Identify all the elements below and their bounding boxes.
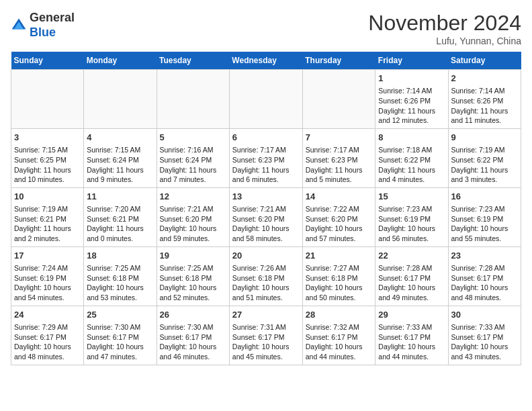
day-info: Sunrise: 7:22 AM Sunset: 6:20 PM Dayligh… bbox=[306, 204, 373, 244]
weekday-header-friday: Friday bbox=[375, 52, 448, 70]
day-info: Sunrise: 7:23 AM Sunset: 6:19 PM Dayligh… bbox=[378, 204, 445, 244]
weekday-header-wednesday: Wednesday bbox=[229, 52, 302, 70]
month-title: November 2024 bbox=[368, 11, 521, 36]
calendar-cell: 22Sunrise: 7:28 AM Sunset: 6:17 PM Dayli… bbox=[375, 246, 448, 306]
day-info: Sunrise: 7:21 AM Sunset: 6:20 PM Dayligh… bbox=[232, 204, 300, 244]
calendar-cell: 11Sunrise: 7:20 AM Sunset: 6:21 PM Dayli… bbox=[84, 187, 157, 246]
calendar-cell: 18Sunrise: 7:25 AM Sunset: 6:18 PM Dayli… bbox=[84, 246, 157, 306]
calendar-cell: 2Sunrise: 7:14 AM Sunset: 6:26 PM Daylig… bbox=[448, 70, 521, 129]
calendar-cell: 25Sunrise: 7:30 AM Sunset: 6:17 PM Dayli… bbox=[84, 306, 157, 365]
calendar-cell: 17Sunrise: 7:24 AM Sunset: 6:19 PM Dayli… bbox=[11, 246, 84, 306]
day-info: Sunrise: 7:20 AM Sunset: 6:21 PM Dayligh… bbox=[87, 204, 153, 244]
day-info: Sunrise: 7:30 AM Sunset: 6:17 PM Dayligh… bbox=[160, 322, 226, 362]
day-info: Sunrise: 7:28 AM Sunset: 6:17 PM Dayligh… bbox=[378, 263, 445, 303]
calendar-week-3: 10Sunrise: 7:19 AM Sunset: 6:21 PM Dayli… bbox=[11, 187, 521, 246]
day-number: 15 bbox=[378, 191, 445, 203]
day-number: 10 bbox=[14, 191, 81, 203]
calendar-cell: 3Sunrise: 7:15 AM Sunset: 6:25 PM Daylig… bbox=[11, 128, 84, 187]
day-info: Sunrise: 7:19 AM Sunset: 6:22 PM Dayligh… bbox=[451, 145, 519, 185]
calendar-week-1: 1Sunrise: 7:14 AM Sunset: 6:26 PM Daylig… bbox=[11, 70, 521, 129]
day-number: 6 bbox=[232, 132, 300, 144]
day-info: Sunrise: 7:32 AM Sunset: 6:17 PM Dayligh… bbox=[306, 322, 373, 362]
page-header: General Blue November 2024 Lufu, Yunnan,… bbox=[11, 11, 521, 46]
calendar-week-4: 17Sunrise: 7:24 AM Sunset: 6:19 PM Dayli… bbox=[11, 246, 521, 306]
day-number: 30 bbox=[451, 309, 519, 321]
weekday-header-saturday: Saturday bbox=[448, 52, 521, 70]
day-number: 27 bbox=[232, 309, 300, 321]
calendar-cell bbox=[229, 70, 302, 129]
calendar-cell: 29Sunrise: 7:33 AM Sunset: 6:17 PM Dayli… bbox=[375, 306, 448, 365]
calendar-cell: 9Sunrise: 7:19 AM Sunset: 6:22 PM Daylig… bbox=[448, 128, 521, 187]
day-info: Sunrise: 7:25 AM Sunset: 6:18 PM Dayligh… bbox=[160, 263, 226, 303]
day-number: 11 bbox=[87, 191, 153, 203]
calendar-cell: 14Sunrise: 7:22 AM Sunset: 6:20 PM Dayli… bbox=[302, 187, 375, 246]
day-number: 5 bbox=[160, 132, 226, 144]
day-number: 17 bbox=[14, 250, 81, 262]
calendar-week-2: 3Sunrise: 7:15 AM Sunset: 6:25 PM Daylig… bbox=[11, 128, 521, 187]
day-number: 18 bbox=[87, 250, 153, 262]
calendar-cell: 6Sunrise: 7:17 AM Sunset: 6:23 PM Daylig… bbox=[229, 128, 302, 187]
day-info: Sunrise: 7:25 AM Sunset: 6:18 PM Dayligh… bbox=[87, 263, 153, 303]
calendar-cell: 16Sunrise: 7:23 AM Sunset: 6:19 PM Dayli… bbox=[448, 187, 521, 246]
day-info: Sunrise: 7:14 AM Sunset: 6:26 PM Dayligh… bbox=[378, 86, 445, 126]
day-number: 22 bbox=[378, 250, 445, 262]
weekday-header-thursday: Thursday bbox=[302, 52, 375, 70]
calendar-cell: 7Sunrise: 7:17 AM Sunset: 6:23 PM Daylig… bbox=[302, 128, 375, 187]
day-number: 8 bbox=[378, 132, 445, 144]
calendar-cell: 19Sunrise: 7:25 AM Sunset: 6:18 PM Dayli… bbox=[157, 246, 229, 306]
calendar-table: SundayMondayTuesdayWednesdayThursdayFrid… bbox=[11, 52, 521, 365]
calendar-cell: 4Sunrise: 7:15 AM Sunset: 6:24 PM Daylig… bbox=[84, 128, 157, 187]
day-number: 26 bbox=[160, 309, 226, 321]
weekday-header-monday: Monday bbox=[84, 52, 157, 70]
logo-icon bbox=[11, 17, 27, 34]
day-info: Sunrise: 7:15 AM Sunset: 6:25 PM Dayligh… bbox=[14, 145, 81, 185]
day-info: Sunrise: 7:19 AM Sunset: 6:21 PM Dayligh… bbox=[14, 204, 81, 244]
day-info: Sunrise: 7:17 AM Sunset: 6:23 PM Dayligh… bbox=[306, 145, 373, 185]
day-number: 12 bbox=[160, 191, 226, 203]
calendar-cell bbox=[84, 70, 157, 129]
day-number: 20 bbox=[232, 250, 300, 262]
calendar-cell: 5Sunrise: 7:16 AM Sunset: 6:24 PM Daylig… bbox=[157, 128, 229, 187]
calendar-cell: 27Sunrise: 7:31 AM Sunset: 6:17 PM Dayli… bbox=[229, 306, 302, 365]
day-number: 29 bbox=[378, 309, 445, 321]
day-info: Sunrise: 7:23 AM Sunset: 6:19 PM Dayligh… bbox=[451, 204, 519, 244]
day-number: 28 bbox=[306, 309, 373, 321]
logo-blue-text: Blue bbox=[30, 26, 56, 39]
calendar-cell: 13Sunrise: 7:21 AM Sunset: 6:20 PM Dayli… bbox=[229, 187, 302, 246]
day-number: 7 bbox=[306, 132, 373, 144]
weekday-header-row: SundayMondayTuesdayWednesdayThursdayFrid… bbox=[11, 52, 521, 70]
day-number: 21 bbox=[306, 250, 373, 262]
calendar-cell: 15Sunrise: 7:23 AM Sunset: 6:19 PM Dayli… bbox=[375, 187, 448, 246]
day-number: 24 bbox=[14, 309, 81, 321]
day-number: 14 bbox=[306, 191, 373, 203]
day-number: 16 bbox=[451, 191, 519, 203]
day-number: 9 bbox=[451, 132, 519, 144]
day-info: Sunrise: 7:15 AM Sunset: 6:24 PM Dayligh… bbox=[87, 145, 153, 185]
logo: General Blue bbox=[11, 11, 75, 40]
day-number: 2 bbox=[451, 73, 519, 85]
day-info: Sunrise: 7:14 AM Sunset: 6:26 PM Dayligh… bbox=[451, 86, 519, 126]
calendar-cell: 28Sunrise: 7:32 AM Sunset: 6:17 PM Dayli… bbox=[302, 306, 375, 365]
day-number: 13 bbox=[232, 191, 300, 203]
day-info: Sunrise: 7:16 AM Sunset: 6:24 PM Dayligh… bbox=[160, 145, 226, 185]
day-info: Sunrise: 7:17 AM Sunset: 6:23 PM Dayligh… bbox=[232, 145, 300, 185]
day-number: 19 bbox=[160, 250, 226, 262]
title-block: November 2024 Lufu, Yunnan, China bbox=[368, 11, 521, 46]
day-number: 3 bbox=[14, 132, 81, 144]
day-info: Sunrise: 7:29 AM Sunset: 6:17 PM Dayligh… bbox=[14, 322, 81, 362]
calendar-cell: 12Sunrise: 7:21 AM Sunset: 6:20 PM Dayli… bbox=[157, 187, 229, 246]
day-info: Sunrise: 7:28 AM Sunset: 6:17 PM Dayligh… bbox=[451, 263, 519, 303]
day-number: 25 bbox=[87, 309, 153, 321]
calendar-cell: 20Sunrise: 7:26 AM Sunset: 6:18 PM Dayli… bbox=[229, 246, 302, 306]
day-info: Sunrise: 7:31 AM Sunset: 6:17 PM Dayligh… bbox=[232, 322, 300, 362]
calendar-cell: 23Sunrise: 7:28 AM Sunset: 6:17 PM Dayli… bbox=[448, 246, 521, 306]
day-info: Sunrise: 7:33 AM Sunset: 6:17 PM Dayligh… bbox=[378, 322, 445, 362]
weekday-header-tuesday: Tuesday bbox=[157, 52, 229, 70]
calendar-cell: 30Sunrise: 7:33 AM Sunset: 6:17 PM Dayli… bbox=[448, 306, 521, 365]
day-number: 1 bbox=[378, 73, 445, 85]
day-number: 23 bbox=[451, 250, 519, 262]
calendar-cell: 8Sunrise: 7:18 AM Sunset: 6:22 PM Daylig… bbox=[375, 128, 448, 187]
weekday-header-sunday: Sunday bbox=[11, 52, 84, 70]
day-info: Sunrise: 7:33 AM Sunset: 6:17 PM Dayligh… bbox=[451, 322, 519, 362]
calendar-cell bbox=[11, 70, 84, 129]
